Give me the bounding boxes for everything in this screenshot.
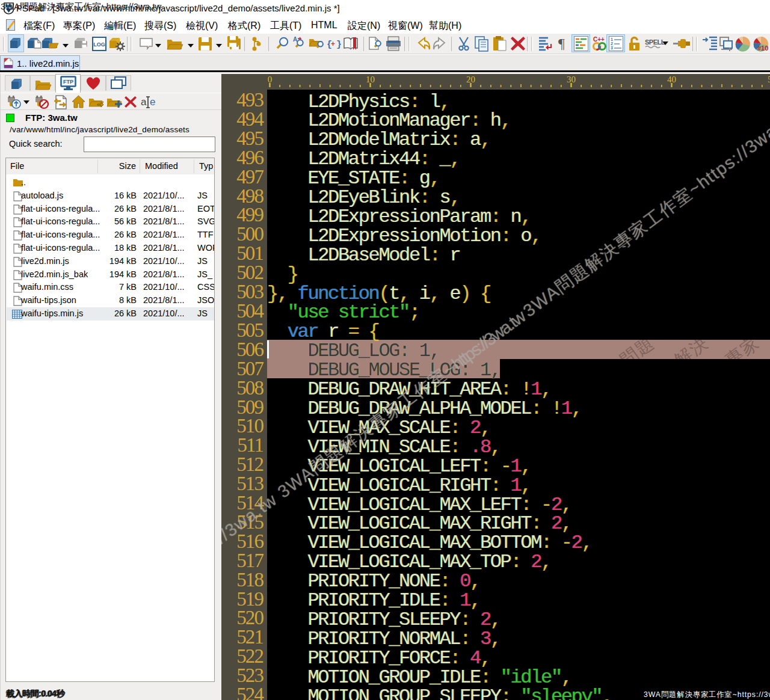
svg-text:e: e	[150, 96, 155, 108]
svg-text:FTP: FTP	[63, 79, 73, 85]
svg-text:a: a	[141, 96, 147, 108]
svg-text:}: }	[336, 40, 342, 50]
svg-text:2: 2	[611, 41, 613, 46]
svg-text:¶: ¶	[558, 35, 565, 51]
svg-text:10: 10	[366, 75, 375, 84]
svg-text:1: 1	[611, 37, 613, 41]
svg-text:50: 50	[768, 75, 770, 84]
svg-text:0: 0	[268, 75, 273, 84]
svg-text:+: +	[331, 40, 335, 48]
svg-text:LOG: LOG	[93, 41, 105, 48]
svg-text:C++: C++	[593, 36, 605, 43]
svg-text:20: 20	[466, 75, 475, 84]
svg-text:#10: #10	[757, 45, 768, 52]
svg-text:40: 40	[667, 75, 676, 84]
svg-text:3: 3	[611, 46, 613, 50]
svg-text:30: 30	[567, 75, 576, 84]
